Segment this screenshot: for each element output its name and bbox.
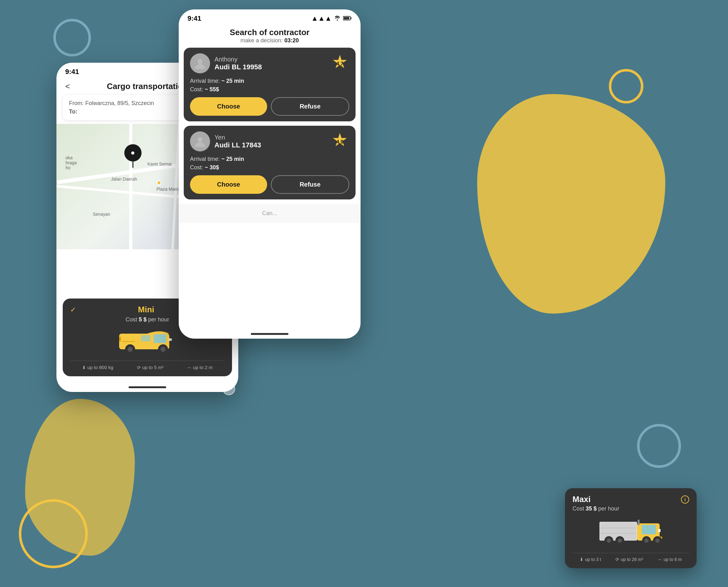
star-badge-0: ★ 4,7 xyxy=(330,54,349,73)
home-indicator-right xyxy=(251,333,288,335)
svg-point-31 xyxy=(644,538,649,543)
contractor-top-0: Anthony Audi BL 19958 ★ 4,7 xyxy=(190,53,349,73)
status-icons-right: ▲▲▲ xyxy=(311,15,352,23)
svg-point-33 xyxy=(655,538,660,543)
svg-rect-24 xyxy=(658,529,661,532)
svg-point-29 xyxy=(618,538,622,543)
phone-right: 9:41 ▲▲▲ Search of contractor make a dec… xyxy=(179,9,360,339)
svg-rect-14 xyxy=(351,17,351,19)
choose-button-0[interactable]: Choose xyxy=(190,97,267,116)
maxi-weight-icon: ⬇ xyxy=(580,557,584,562)
back-button[interactable]: < xyxy=(65,81,70,91)
pin-circle xyxy=(124,144,141,162)
bg-circle-1 xyxy=(53,19,91,56)
spec-weight-label: up to 800 kg xyxy=(88,365,114,370)
wifi-icon-right xyxy=(334,15,340,23)
maxi-vehicle-card: Maxi i Cost 35 $ per hour xyxy=(565,488,697,568)
battery-icon-right xyxy=(343,15,352,23)
maxi-weight-label: up to 3 t xyxy=(585,557,601,562)
svg-point-27 xyxy=(607,538,611,543)
maxi-specs: ⬇ up to 3 t ⟳ up to 26 m³ ↔ up to 6 m xyxy=(572,553,689,562)
map-label-3: Karet Semar xyxy=(147,162,172,166)
cost-0: Cost: ~ 55$ xyxy=(190,86,349,93)
cargo-title: Cargo transportation xyxy=(107,81,188,91)
svg-point-7 xyxy=(127,347,133,352)
map-label-2: Jalan Daerah xyxy=(111,177,137,182)
spec-length: ↔ up to 2 m xyxy=(187,365,213,370)
touch-indicator xyxy=(222,382,235,395)
contractor-buttons-0: Choose Refuse xyxy=(190,97,349,116)
phone-bottom-area: Can... xyxy=(179,204,360,223)
contractor-name-1: Yen xyxy=(214,134,261,141)
svg-rect-4 xyxy=(154,334,166,343)
map-location-dot xyxy=(157,180,162,185)
refuse-button-0[interactable]: Refuse xyxy=(271,97,349,116)
mini-vehicle-name: Mini xyxy=(138,305,154,314)
maxi-spec-length: ↔ up to 6 m xyxy=(657,557,682,562)
contractor-name-0: Anthony xyxy=(214,56,262,63)
contractor-name-car-0: Anthony Audi BL 19958 xyxy=(214,56,262,71)
choose-button-1[interactable]: Choose xyxy=(190,175,267,194)
map-label-1: okahragaho xyxy=(66,155,77,170)
contractor-top-1: Yen Audi LL 17843 ★ 4,9 xyxy=(190,132,349,151)
maxi-length-label: up to 6 m xyxy=(663,557,682,562)
mini-specs: ⬇ up to 800 kg ⟳ up to 5 m³ ↔ up to 2 m xyxy=(70,360,225,370)
contractor-name-car-1: Yen Audi LL 17843 xyxy=(214,134,261,149)
weight-icon: ⬇ xyxy=(82,365,86,370)
contractor-avatar-1 xyxy=(190,132,210,151)
spec-weight: ⬇ up to 800 kg xyxy=(82,365,114,370)
maxi-length-icon: ↔ xyxy=(657,557,662,562)
yellow-blob-right xyxy=(477,94,665,313)
svg-rect-5 xyxy=(141,335,150,342)
contractor-card-1: Yen Audi LL 17843 ★ 4,9 Arrival time: ~ … xyxy=(184,126,355,199)
star-badge-1: ★ 4,9 xyxy=(330,132,349,151)
cost-1: Cost: ~ 30$ xyxy=(190,164,349,171)
bg-circle-3 xyxy=(637,424,681,468)
length-icon: ↔ xyxy=(187,365,192,370)
timer-line: make a decision: 03:20 xyxy=(185,37,354,44)
check-icon: ✓ xyxy=(70,306,76,314)
arrival-0: Arrival time: ~ 25 min xyxy=(190,78,349,84)
maxi-spec-weight: ⬇ up to 3 t xyxy=(580,557,601,562)
spec-volume: ⟳ up to 5 m³ xyxy=(137,365,164,370)
home-indicator-left xyxy=(128,386,166,388)
pin-tail xyxy=(132,162,133,168)
maxi-header: Maxi i xyxy=(572,494,689,504)
arrival-1: Arrival time: ~ 25 min xyxy=(190,156,349,162)
star-rating-1: 4,9 xyxy=(336,139,343,145)
spec-length-label: up to 2 m xyxy=(193,365,213,370)
spec-volume-label: up to 5 m³ xyxy=(142,365,164,370)
maxi-cost: Cost 35 $ per hour xyxy=(572,506,689,512)
volume-icon: ⟳ xyxy=(137,365,141,370)
time-right: 9:41 xyxy=(187,15,201,23)
status-bar-right: 9:41 ▲▲▲ xyxy=(179,9,360,25)
maxi-info-icon[interactable]: i xyxy=(681,495,689,503)
bg-circle-2 xyxy=(609,69,643,103)
pin-dot xyxy=(132,151,135,155)
map-road-v1 xyxy=(129,124,132,249)
maxi-volume-icon: ⟳ xyxy=(615,557,619,562)
contractor-buttons-1: Choose Refuse xyxy=(190,175,349,194)
maxi-volume-label: up to 26 m³ xyxy=(621,557,643,562)
yellow-blob-left xyxy=(25,399,135,556)
svg-rect-15 xyxy=(344,17,349,19)
maxi-spec-volume: ⟳ up to 26 m³ xyxy=(615,557,643,562)
svg-point-17 xyxy=(197,137,203,142)
map-pin xyxy=(124,144,141,168)
svg-rect-34 xyxy=(638,520,640,525)
maxi-name: Maxi xyxy=(572,494,591,504)
svg-rect-23 xyxy=(642,525,656,534)
contractor-info-0: Anthony Audi BL 19958 xyxy=(190,53,262,73)
time-left: 9:41 xyxy=(65,68,79,76)
contractor-card-0: Anthony Audi BL 19958 ★ 4,7 Arrival time… xyxy=(184,48,355,121)
contractor-car-0: Audi BL 19958 xyxy=(214,63,262,71)
star-rating-0: 4,7 xyxy=(336,61,343,67)
bottom-partial-text: Can... xyxy=(262,210,277,217)
contractor-car-1: Audi LL 17843 xyxy=(214,141,261,149)
refuse-button-1[interactable]: Refuse xyxy=(271,175,349,194)
svg-rect-10 xyxy=(169,338,172,341)
signal-icon-right: ▲▲▲ xyxy=(311,15,332,23)
maxi-vehicle-image xyxy=(572,517,689,548)
svg-point-9 xyxy=(161,347,166,352)
svg-rect-11 xyxy=(119,337,121,342)
